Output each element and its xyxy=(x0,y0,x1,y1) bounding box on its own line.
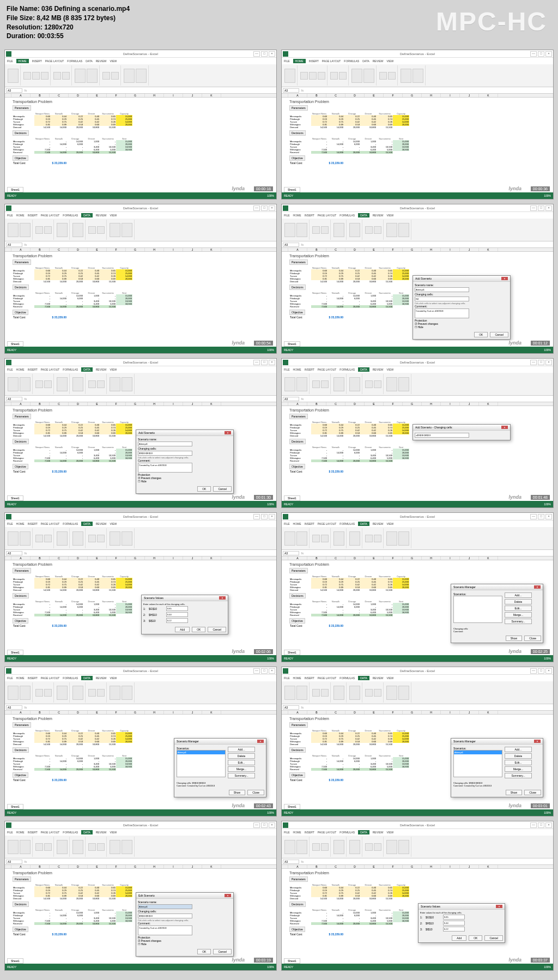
ribbon-tab[interactable]: DATA xyxy=(81,676,93,680)
ribbon-tab[interactable]: PAGE LAYOUT xyxy=(318,214,337,217)
insert-button[interactable] xyxy=(102,72,110,80)
ribbon-tab[interactable]: HOME xyxy=(16,831,25,834)
ribbon-tab[interactable]: HOME xyxy=(293,831,301,834)
maximize-button[interactable]: □ xyxy=(538,668,544,674)
sort-button[interactable] xyxy=(35,380,43,388)
sort-button[interactable] xyxy=(312,689,320,697)
refresh-button[interactable] xyxy=(20,531,31,546)
ungroup-button[interactable] xyxy=(374,226,381,234)
ok-button[interactable]: OK xyxy=(474,332,488,337)
minimize-button[interactable]: — xyxy=(253,514,260,519)
refresh-button[interactable] xyxy=(296,377,307,391)
ungroup-button[interactable] xyxy=(374,689,381,697)
italic-button[interactable] xyxy=(32,72,40,80)
refresh-button[interactable] xyxy=(296,840,307,854)
manager-button[interactable]: Add... xyxy=(228,747,255,752)
ribbon-tab[interactable]: FORMULAS xyxy=(63,214,78,217)
maximize-button[interactable]: □ xyxy=(261,822,268,828)
sort-button[interactable] xyxy=(124,69,135,83)
show-button[interactable]: Show xyxy=(506,790,523,795)
whatif-button[interactable] xyxy=(349,686,360,700)
bold-button[interactable] xyxy=(23,72,31,80)
group-button[interactable] xyxy=(365,689,373,697)
ribbon-tab[interactable]: FORMULAS xyxy=(339,676,355,680)
formula-bar[interactable]: A3fx xyxy=(282,396,553,402)
worksheet[interactable]: ABCDEFGHIJK Transportation ProblemParame… xyxy=(5,248,276,341)
ribbon-tab[interactable]: HOME xyxy=(293,522,301,525)
ribbon-tab[interactable]: REVIEW xyxy=(373,831,384,834)
fx-icon[interactable]: fx xyxy=(25,552,27,555)
align-button[interactable] xyxy=(53,72,61,80)
get-data-button[interactable] xyxy=(284,686,295,700)
data-analysis-button[interactable] xyxy=(398,531,409,546)
whatif-button[interactable] xyxy=(349,223,360,237)
ribbon-tab[interactable]: REVIEW xyxy=(373,368,384,371)
ribbon-tab[interactable]: HOME xyxy=(293,368,301,371)
filter-button[interactable] xyxy=(44,226,52,234)
ribbon-tab[interactable]: DATA xyxy=(86,59,93,63)
close-icon[interactable]: × xyxy=(501,277,508,280)
sheet-tab[interactable]: Sheet1 xyxy=(284,341,300,347)
align-button[interactable] xyxy=(339,72,347,80)
sort-button[interactable] xyxy=(401,69,411,83)
ribbon-tab[interactable]: VIEW xyxy=(110,522,117,525)
solver-button[interactable] xyxy=(110,377,120,391)
maximize-button[interactable]: □ xyxy=(261,360,268,365)
underline-button[interactable] xyxy=(41,72,48,80)
refresh-button[interactable] xyxy=(20,840,31,854)
sheet-tab[interactable]: Sheet1 xyxy=(7,187,23,192)
ok-button[interactable]: OK xyxy=(469,935,482,941)
worksheet[interactable]: ABCDEFGHIJK Transportation ProblemParame… xyxy=(282,248,553,341)
refresh-button[interactable] xyxy=(296,686,307,700)
sort-button[interactable] xyxy=(312,843,320,851)
ribbon-tab[interactable]: HOME xyxy=(16,676,25,680)
scenario-name-input[interactable]: Attempt1 xyxy=(138,441,192,446)
whatif-button[interactable] xyxy=(72,531,83,546)
ungroup-button[interactable] xyxy=(374,535,381,542)
group-button[interactable] xyxy=(365,843,373,851)
sort-button[interactable] xyxy=(312,380,320,388)
filter-button[interactable] xyxy=(321,226,329,234)
solver-button[interactable] xyxy=(110,840,120,854)
paste-button[interactable] xyxy=(284,69,295,83)
data-analysis-button[interactable] xyxy=(398,686,409,700)
formula-bar[interactable]: A3fx xyxy=(282,858,553,865)
ribbon-tab[interactable]: INSERT xyxy=(305,522,314,525)
cancel-button[interactable]: Cancel xyxy=(490,332,508,337)
text-to-cols-button[interactable] xyxy=(333,223,344,237)
maximize-button[interactable]: □ xyxy=(538,360,544,365)
close-button[interactable]: × xyxy=(269,51,275,57)
maximize-button[interactable]: □ xyxy=(261,51,268,57)
sort-button[interactable] xyxy=(35,226,43,234)
ribbon-tab[interactable]: PAGE LAYOUT xyxy=(41,214,60,217)
ribbon-tab[interactable]: HOME xyxy=(16,59,29,63)
group-button[interactable] xyxy=(88,535,96,542)
data-analysis-button[interactable] xyxy=(122,377,132,391)
sheet-tab[interactable]: Sheet1 xyxy=(284,650,300,655)
ribbon-tab[interactable]: REVIEW xyxy=(96,368,107,371)
close-button[interactable]: × xyxy=(269,668,275,674)
worksheet[interactable]: ABCDEFGHIJK Transportation ProblemParame… xyxy=(282,865,553,958)
text-to-cols-button[interactable] xyxy=(57,223,68,237)
group-button[interactable] xyxy=(88,226,96,234)
ribbon-tab[interactable]: PAGE LAYOUT xyxy=(41,368,60,371)
text-to-cols-button[interactable] xyxy=(57,377,68,391)
ribbon-tab[interactable]: FORMULAS xyxy=(339,214,355,217)
cancel-button[interactable]: Cancel xyxy=(213,949,232,954)
manager-button[interactable]: Add... xyxy=(505,592,532,598)
value-input[interactable] xyxy=(166,612,188,617)
worksheet[interactable]: ABCDEFGHIJK Transportation ProblemParame… xyxy=(282,94,553,186)
get-data-button[interactable] xyxy=(284,531,295,546)
get-data-button[interactable] xyxy=(284,377,295,391)
format-button[interactable] xyxy=(75,69,86,83)
ribbon-tab[interactable]: FILE xyxy=(284,368,290,371)
fx-icon[interactable]: fx xyxy=(301,397,304,401)
ribbon-tab[interactable]: DATA xyxy=(358,676,369,680)
worksheet[interactable]: ABCDEFGHIJK Transportation ProblemParame… xyxy=(5,865,276,958)
sheet-tab[interactable]: Sheet1 xyxy=(284,187,300,192)
maximize-button[interactable]: □ xyxy=(261,205,268,211)
sort-button[interactable] xyxy=(312,535,320,542)
ribbon-tab[interactable]: VIEW xyxy=(386,831,393,834)
maximize-button[interactable]: □ xyxy=(261,514,268,519)
fx-icon[interactable]: fx xyxy=(25,397,27,401)
